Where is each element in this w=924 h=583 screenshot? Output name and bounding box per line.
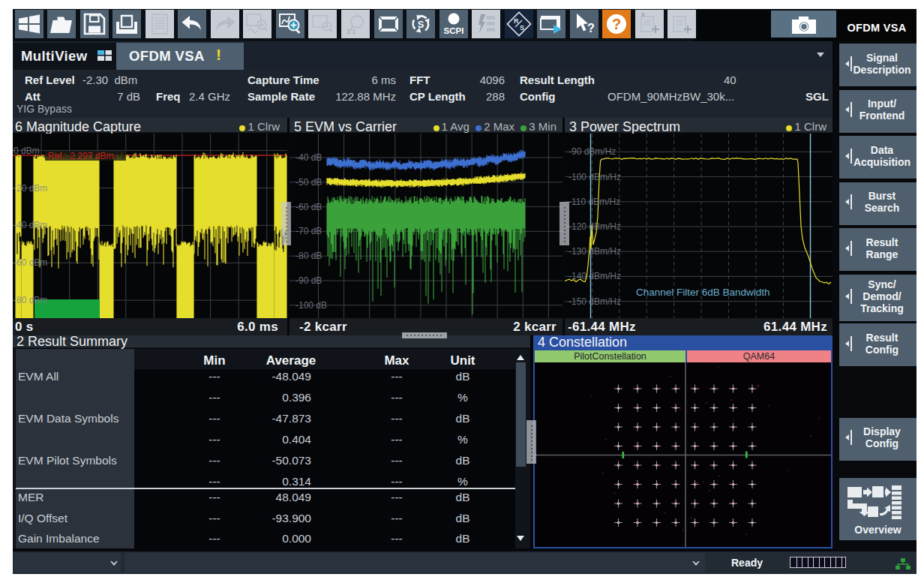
svg-text:-40 dB: -40 dB (296, 152, 322, 163)
svg-text:Channel Filter 6dB Bandwidth: Channel Filter 6dB Bandwidth (636, 287, 770, 298)
svg-text:-120 dBm/Hz: -120 dBm/Hz (568, 221, 621, 232)
svg-text:1:1: 1:1 (346, 28, 356, 35)
svg-text:-90 dBm/Hz: -90 dBm/Hz (568, 146, 616, 157)
svg-text:-60 dBm: -60 dBm (14, 257, 47, 268)
svg-text:S: S (520, 24, 524, 32)
svg-text:-130 dBm/Hz: -130 dBm/Hz (568, 246, 621, 257)
svg-text:x: x (641, 11, 645, 18)
svg-text:-100 dB: -100 dB (296, 300, 327, 311)
svg-text:-110 dBm/Hz: -110 dBm/Hz (568, 197, 620, 207)
svg-text:-50 dB: -50 dB (296, 177, 322, 188)
svg-text:-90 dB: -90 dB (296, 275, 322, 286)
svg-text:?: ? (587, 22, 595, 35)
svg-text:-150 dBm/Hz: -150 dBm/Hz (568, 296, 621, 307)
svg-text:0 dBm: 0 dBm (14, 146, 40, 156)
svg-text:-100 dBm/Hz: -100 dBm/Hz (568, 172, 621, 182)
svg-text:-60 dB: -60 dB (296, 202, 322, 212)
svg-text:-140 dBm/Hz: -140 dBm/Hz (568, 271, 621, 281)
svg-text:SCPI: SCPI (444, 26, 464, 35)
svg-text:?: ? (612, 16, 621, 32)
svg-text:-80 dB: -80 dB (296, 251, 322, 261)
svg-text:-80 dBm: -80 dBm (14, 295, 47, 305)
svg-text:-40 dBm: -40 dBm (14, 220, 47, 230)
svg-text:Ref. -2.297 dBm: Ref. -2.297 dBm (48, 151, 113, 161)
svg-text:-70 dB: -70 dB (296, 226, 322, 236)
svg-text:S: S (418, 19, 424, 30)
svg-text:-20 dBm: -20 dBm (14, 183, 47, 194)
